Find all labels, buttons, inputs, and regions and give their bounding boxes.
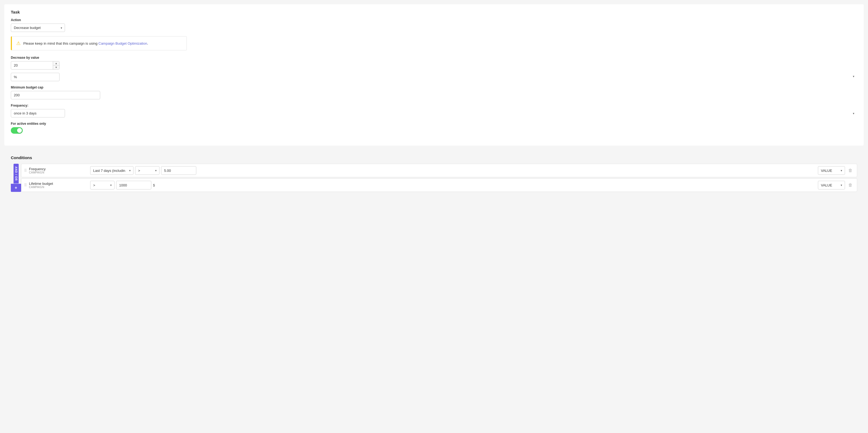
and-or-badge[interactable]: AND / OR [13, 164, 19, 184]
condition-name: Lifetime budget [29, 181, 89, 186]
frequency-label: Frequency: [11, 104, 857, 107]
spin-up-button[interactable]: ▲ [53, 61, 59, 66]
conditions-title: Conditions [11, 155, 857, 160]
operator-select-2[interactable]: > < >= <= = [90, 181, 115, 190]
toggle-wrapper [11, 127, 857, 134]
condition-sub: CAMPAIGN [29, 171, 89, 174]
add-condition-button[interactable]: + [11, 184, 21, 192]
value-type-select-1[interactable]: VALUE BUDGET [818, 166, 845, 175]
frequency-arrow-icon: ▾ [853, 111, 855, 115]
decrease-unit-select[interactable]: % $ [11, 73, 60, 81]
frequency-select[interactable]: once in 1 day once in 2 days once in 3 d… [11, 109, 65, 118]
warning-icon: ⚠ [16, 40, 21, 46]
drag-handle-icon[interactable]: ⠿ [24, 183, 26, 187]
condition-name-cell: Frequency CAMPAIGN [29, 167, 89, 174]
condition-value-input-1[interactable] [161, 166, 196, 175]
action-select-wrapper: Decrease budget Increase budget Pause En… [11, 24, 65, 32]
condition-row: ⠿ Lifetime budget CAMPAIGN > < >= <= = [21, 178, 857, 192]
frequency-select-wrapper: once in 1 day once in 2 days once in 3 d… [11, 109, 857, 118]
active-entities-toggle[interactable] [11, 127, 23, 134]
operator-wrapper-2: > < >= <= = ▾ [90, 181, 115, 190]
min-budget-input[interactable] [11, 91, 100, 99]
operator-wrapper-1: > < >= <= = ▾ [135, 166, 159, 175]
decrease-by-label: Decrease by value [11, 56, 857, 60]
unit-select-arrow-icon: ▾ [853, 74, 855, 78]
action-field: Action Decrease budget Increase budget P… [11, 18, 857, 32]
delete-condition-button-2[interactable]: 🗑 [847, 181, 854, 189]
spin-down-button[interactable]: ▼ [53, 66, 59, 69]
action-select[interactable]: Decrease budget Increase budget Pause En… [11, 24, 65, 32]
conditions-section: Conditions AND / OR + ⠿ Frequency CAMPAI… [4, 150, 864, 197]
condition-name-cell: Lifetime budget CAMPAIGN [29, 181, 89, 189]
toggle-slider [11, 127, 23, 134]
task-section: Task Action Decrease budget Increase bud… [4, 4, 864, 145]
condition-value-input-2[interactable] [116, 181, 151, 190]
time-range-select[interactable]: Last 7 days (includin... Last 14 days La… [90, 166, 133, 175]
warning-highlight: Campaign Budget Optimization [98, 41, 147, 45]
operator-select-1[interactable]: > < >= <= = [135, 166, 159, 175]
and-or-column: AND / OR + [11, 164, 21, 192]
decrease-value-wrapper: ▲ ▼ [11, 61, 60, 70]
min-budget-field: Minimum budget cap [11, 86, 857, 99]
value-type-wrapper-1: VALUE BUDGET ▾ [818, 166, 845, 175]
conditions-rows: ⠿ Frequency CAMPAIGN Last 7 days (includ… [21, 164, 857, 192]
action-label: Action [11, 18, 857, 22]
warning-text: Please keep in mind that this campaign i… [23, 41, 148, 45]
value-type-wrapper-2: VALUE BUDGET ▾ [818, 181, 845, 190]
condition-row: ⠿ Frequency CAMPAIGN Last 7 days (includ… [21, 164, 857, 177]
condition-name: Frequency [29, 167, 89, 171]
frequency-field: Frequency: once in 1 day once in 2 days … [11, 104, 857, 118]
condition-unit-2: $ [153, 183, 157, 187]
active-entities-field: For active entities only [11, 122, 857, 134]
conditions-container: AND / OR + ⠿ Frequency CAMPAIGN Last 7 d… [11, 164, 857, 192]
decrease-value-input[interactable] [11, 61, 60, 70]
task-title: Task [11, 10, 857, 14]
active-entities-label: For active entities only [11, 122, 857, 126]
delete-condition-button-1[interactable]: 🗑 [847, 167, 854, 174]
decrease-unit-wrapper: % $ ▾ [11, 71, 857, 81]
warning-box: ⚠ Please keep in mind that this campaign… [11, 36, 187, 50]
condition-sub: CAMPAIGN [29, 186, 89, 189]
drag-handle-icon[interactable]: ⠿ [24, 168, 26, 173]
decrease-by-field: Decrease by value ▲ ▼ % $ ▾ [11, 56, 857, 81]
value-type-select-2[interactable]: VALUE BUDGET [818, 181, 845, 190]
condition-unit-1 [198, 169, 202, 173]
min-budget-label: Minimum budget cap [11, 86, 857, 89]
spin-buttons: ▲ ▼ [53, 61, 59, 69]
time-range-wrapper: Last 7 days (includin... Last 14 days La… [90, 166, 133, 175]
